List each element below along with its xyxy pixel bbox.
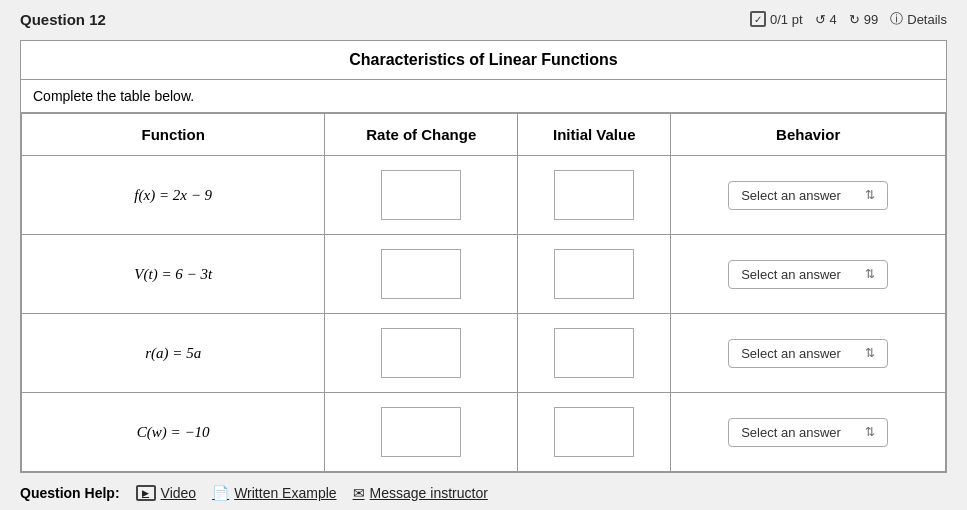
characteristics-table: Function Rate of Change Initial Value Be…	[21, 113, 946, 472]
help-label: Question Help:	[20, 485, 120, 501]
behavior-select-1[interactable]: Select an answer ⇅	[728, 260, 888, 289]
retry-item: ↻ 99	[849, 12, 878, 27]
col-header-rate: Rate of Change	[325, 114, 518, 156]
rate-cell-1[interactable]	[325, 235, 518, 314]
function-formula: f(x) = 2x − 9	[134, 187, 212, 203]
chevron-down-icon: ⇅	[865, 267, 875, 281]
details-label: Details	[907, 12, 947, 27]
help-video[interactable]: ▶ Video	[136, 485, 197, 501]
initial-cell-2[interactable]	[518, 314, 671, 393]
initial-input-2[interactable]	[554, 328, 634, 378]
col-header-behavior: Behavior	[671, 114, 946, 156]
col-header-function: Function	[22, 114, 325, 156]
col-header-initial: Initial Value	[518, 114, 671, 156]
rate-input-3[interactable]	[381, 407, 461, 457]
question-meta: ✓ 0/1 pt ↺ 4 ↻ 99 ⓘ Details	[750, 10, 947, 28]
retry-icon: ↻	[849, 12, 860, 27]
behavior-select-2[interactable]: Select an answer ⇅	[728, 339, 888, 368]
rate-input-0[interactable]	[381, 170, 461, 220]
table-instruction: Complete the table below.	[21, 80, 946, 113]
function-formula: V(t) = 6 − 3t	[134, 266, 212, 282]
rate-cell-2[interactable]	[325, 314, 518, 393]
message-label: Message instructor	[370, 485, 488, 501]
table-row: V(t) = 6 − 3t Select an answer ⇅	[22, 235, 946, 314]
function-cell-0: f(x) = 2x − 9	[22, 156, 325, 235]
behavior-cell-2[interactable]: Select an answer ⇅	[671, 314, 946, 393]
behavior-cell-0[interactable]: Select an answer ⇅	[671, 156, 946, 235]
table-row: C(w) = −10 Select an answer ⇅	[22, 393, 946, 472]
initial-cell-3[interactable]	[518, 393, 671, 472]
undo-count: 4	[830, 12, 837, 27]
info-icon: ⓘ	[890, 10, 903, 28]
function-cell-3: C(w) = −10	[22, 393, 325, 472]
rate-input-2[interactable]	[381, 328, 461, 378]
initial-input-0[interactable]	[554, 170, 634, 220]
message-icon: ✉	[353, 485, 365, 501]
help-message[interactable]: ✉ Message instructor	[353, 485, 488, 501]
rate-input-1[interactable]	[381, 249, 461, 299]
behavior-select-label: Select an answer	[741, 425, 841, 440]
score-badge: ✓ 0/1 pt	[750, 11, 803, 27]
table-header-row: Function Rate of Change Initial Value Be…	[22, 114, 946, 156]
chevron-down-icon: ⇅	[865, 188, 875, 202]
behavior-cell-3[interactable]: Select an answer ⇅	[671, 393, 946, 472]
undo-icon: ↺	[815, 12, 826, 27]
chevron-down-icon: ⇅	[865, 346, 875, 360]
function-formula: C(w) = −10	[137, 424, 210, 440]
question-title: Question 12	[20, 11, 106, 28]
behavior-select-label: Select an answer	[741, 188, 841, 203]
behavior-select-label: Select an answer	[741, 346, 841, 361]
initial-cell-1[interactable]	[518, 235, 671, 314]
behavior-select-label: Select an answer	[741, 267, 841, 282]
initial-input-3[interactable]	[554, 407, 634, 457]
rate-cell-3[interactable]	[325, 393, 518, 472]
undo-item: ↺ 4	[815, 12, 837, 27]
initial-input-1[interactable]	[554, 249, 634, 299]
table-row: r(a) = 5a Select an answer ⇅	[22, 314, 946, 393]
behavior-select-0[interactable]: Select an answer ⇅	[728, 181, 888, 210]
behavior-cell-1[interactable]: Select an answer ⇅	[671, 235, 946, 314]
rate-cell-0[interactable]	[325, 156, 518, 235]
document-icon: 📄	[212, 485, 229, 501]
score-value: 0/1 pt	[770, 12, 803, 27]
main-table-container: Characteristics of Linear Functions Comp…	[20, 40, 947, 473]
video-label: Video	[161, 485, 197, 501]
function-formula: r(a) = 5a	[145, 345, 201, 361]
question-help: Question Help: ▶ Video 📄 Written Example…	[20, 485, 947, 501]
help-written[interactable]: 📄 Written Example	[212, 485, 336, 501]
table-row: f(x) = 2x − 9 Select an answer ⇅	[22, 156, 946, 235]
video-icon: ▶	[136, 485, 156, 501]
retry-count: 99	[864, 12, 878, 27]
function-cell-2: r(a) = 5a	[22, 314, 325, 393]
chevron-down-icon: ⇅	[865, 425, 875, 439]
details-item[interactable]: ⓘ Details	[890, 10, 947, 28]
function-cell-1: V(t) = 6 − 3t	[22, 235, 325, 314]
initial-cell-0[interactable]	[518, 156, 671, 235]
written-label: Written Example	[234, 485, 336, 501]
score-icon: ✓	[750, 11, 766, 27]
behavior-select-3[interactable]: Select an answer ⇅	[728, 418, 888, 447]
table-title: Characteristics of Linear Functions	[21, 41, 946, 80]
